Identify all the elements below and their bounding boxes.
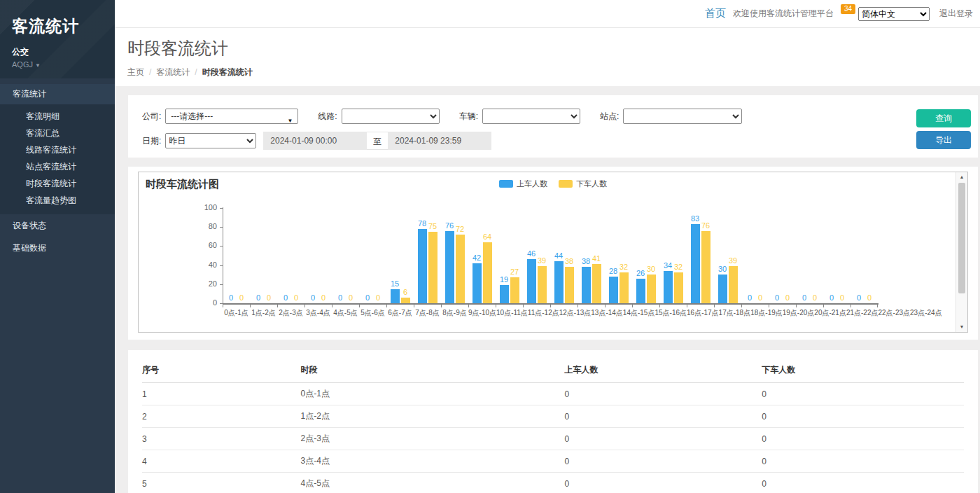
chart-category-group: 4264: [468, 208, 496, 303]
bar[interactable]: [592, 264, 601, 303]
x-axis-label: 7点-8点: [414, 308, 441, 318]
bar[interactable]: [472, 263, 482, 303]
filter-row-2: 日期: 昨日 至: [142, 132, 908, 150]
bar-column: 39: [538, 208, 547, 303]
bar-value-label: 0: [284, 293, 288, 303]
x-tick-mark: [223, 305, 250, 307]
sidebar-subitem[interactable]: 站点客流统计: [0, 158, 115, 175]
breadcrumb-item[interactable]: 客流统计: [156, 67, 190, 77]
bar[interactable]: [428, 232, 438, 303]
content: 公司: ---请选择--- ▼ 线路: 车辆:: [115, 86, 980, 493]
bar[interactable]: [691, 224, 700, 303]
company-select[interactable]: ---请选择--- ▼: [165, 109, 298, 124]
bar[interactable]: [582, 267, 591, 303]
x-axis-label-text: 11点-12点: [528, 308, 559, 318]
org-code-dropdown[interactable]: AQGJ ▼: [12, 60, 104, 69]
bar[interactable]: [664, 271, 673, 303]
bar[interactable]: [445, 231, 454, 303]
bar-value-label: 32: [620, 263, 628, 272]
bar[interactable]: [418, 229, 427, 303]
bar[interactable]: [609, 277, 618, 303]
bar[interactable]: [538, 266, 547, 303]
x-axis-label-text: 20点-21点: [814, 308, 846, 318]
chart-category-group: 3432: [659, 208, 687, 303]
bar-column: 0: [811, 208, 820, 303]
chart-scrollbar[interactable]: ▲ ▼: [955, 172, 967, 332]
bar-value-label: 0: [338, 293, 342, 303]
logout-link[interactable]: 退出登录: [939, 8, 973, 20]
station-select[interactable]: [623, 109, 742, 124]
language-select[interactable]: 简体中文: [858, 7, 930, 21]
bar-value-label: 0: [311, 293, 315, 303]
table-row: 54点-5点00: [142, 473, 964, 493]
bar[interactable]: [554, 261, 564, 303]
bar[interactable]: [565, 267, 574, 303]
bar[interactable]: [483, 242, 492, 303]
sidebar-item-passenger-stats[interactable]: 客流统计: [0, 84, 115, 104]
y-tick-label: 100: [139, 203, 217, 211]
table-row: 43点-4点00: [142, 450, 964, 473]
bar-column: 6: [401, 208, 410, 303]
scroll-up-icon[interactable]: ▲: [956, 172, 967, 182]
line-select[interactable]: [342, 109, 440, 124]
bar[interactable]: [527, 259, 536, 303]
x-tick-mark: [414, 305, 441, 307]
bar-column: 30: [718, 208, 727, 303]
x-tick-mark: [304, 305, 332, 307]
sidebar-subitem[interactable]: 客流明细: [0, 108, 115, 125]
x-tick-mark: [796, 305, 823, 307]
x-tick-mark: [250, 305, 277, 307]
bar[interactable]: [647, 275, 656, 303]
x-axis-label-text: 6点-7点: [388, 308, 412, 318]
sidebar-item-device-status[interactable]: 设备状态: [0, 214, 115, 237]
date-to-input[interactable]: [388, 132, 491, 150]
chart-category-group: 1927: [496, 208, 523, 303]
export-button[interactable]: 导出: [916, 131, 971, 149]
bar[interactable]: [620, 272, 629, 303]
bar[interactable]: [500, 285, 509, 303]
x-tick-mark: [359, 305, 386, 307]
bar-value-label: 34: [664, 261, 672, 270]
bar[interactable]: [401, 298, 410, 303]
notification-badge[interactable]: 34: [841, 4, 855, 14]
main-area: 首页 欢迎使用客流统计管理平台 34 简体中文 退出登录 时段客流统计 主页/客…: [115, 0, 980, 493]
sidebar-item-base-data[interactable]: 基础数据: [0, 237, 115, 259]
bar[interactable]: [718, 275, 727, 303]
x-tick-mark: [605, 305, 632, 307]
x-axis-label: 10点-11点: [496, 308, 528, 318]
sidebar-subitem[interactable]: 客流汇总: [0, 125, 115, 141]
bar-column: 0: [827, 208, 836, 303]
sidebar-subitem[interactable]: 客流量趋势图: [0, 192, 115, 209]
sidebar-subitem[interactable]: 时段客流统计: [0, 175, 115, 192]
bar-column: 0: [254, 208, 263, 303]
scrollbar-thumb[interactable]: [958, 183, 965, 293]
bar-value-label: 0: [365, 293, 370, 303]
bar[interactable]: [510, 277, 519, 303]
query-button[interactable]: 查询: [916, 109, 971, 127]
bar-column: 0: [237, 208, 246, 303]
bar[interactable]: [636, 279, 645, 303]
date-preset-select[interactable]: 昨日: [165, 133, 256, 148]
bar-value-label: 19: [500, 275, 508, 284]
table-cell: 0: [762, 428, 964, 450]
breadcrumb-item[interactable]: 主页: [127, 67, 144, 77]
bar[interactable]: [729, 266, 738, 303]
home-link[interactable]: 首页: [705, 7, 726, 20]
date-from-input[interactable]: [263, 132, 367, 150]
scroll-down-icon[interactable]: ▼: [956, 322, 967, 332]
bar[interactable]: [701, 231, 710, 303]
bar-column: 15: [391, 208, 400, 303]
x-axis-label-text: 17点-18点: [719, 308, 751, 318]
sidebar-subitem[interactable]: 线路客流统计: [0, 141, 115, 158]
bar-column: 0: [773, 208, 782, 303]
bar[interactable]: [674, 272, 683, 303]
bar[interactable]: [391, 289, 400, 303]
table-row: 32点-3点00: [142, 428, 964, 450]
bar-column: 26: [636, 208, 645, 303]
bar[interactable]: [456, 235, 465, 303]
table-cell: 4: [142, 450, 301, 473]
bar-value-label: 0: [758, 293, 762, 303]
chart-category-group: 4639: [523, 208, 550, 303]
bar-column: 46: [527, 208, 536, 303]
vehicle-select[interactable]: [482, 109, 580, 124]
